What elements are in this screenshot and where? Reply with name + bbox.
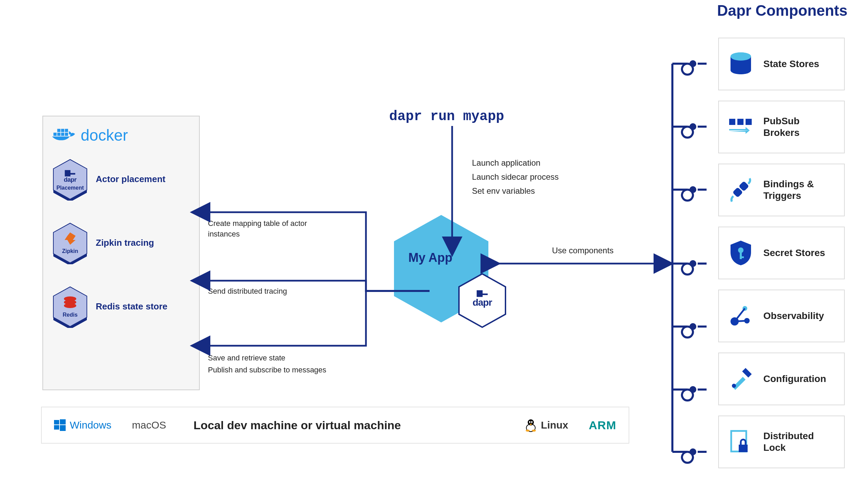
- launch-line: Set env variables: [472, 184, 558, 198]
- svg-rect-36: [60, 419, 66, 424]
- svg-point-41: [529, 421, 530, 423]
- svg-point-20: [731, 52, 751, 61]
- component-configuration: Configuration: [718, 353, 845, 405]
- hex-sublabel: Zipkin: [62, 248, 78, 254]
- svg-point-16: [64, 303, 76, 308]
- svg-rect-38: [60, 425, 66, 431]
- dapr-run-command: dapr run myapp: [389, 109, 504, 124]
- arrow-label-send: Send distributed tracing: [208, 287, 287, 296]
- component-label: Configuration: [763, 373, 826, 385]
- svg-point-26: [738, 247, 744, 253]
- svg-rect-21: [729, 119, 735, 125]
- tux-icon: [525, 418, 537, 432]
- docker-whale-icon: [51, 126, 76, 144]
- launch-line: Launch application: [472, 156, 558, 170]
- component-secret-stores: Secret Stores: [718, 227, 845, 279]
- observability-icon: [726, 302, 755, 330]
- os-macos: macOS: [132, 419, 166, 431]
- svg-rect-22: [737, 119, 744, 125]
- sidecar-label: dapr: [457, 297, 508, 308]
- svg-point-32: [732, 384, 736, 388]
- svg-rect-3: [65, 133, 68, 136]
- launch-line: Launch sidecar process: [472, 170, 558, 184]
- os-arm: ARM: [589, 419, 616, 432]
- svg-rect-37: [54, 425, 59, 430]
- svg-rect-2: [61, 133, 64, 136]
- pubsub-icon: [726, 113, 755, 141]
- database-icon: [726, 50, 755, 78]
- svg-point-44: [526, 430, 530, 432]
- svg-rect-34: [739, 445, 748, 452]
- os-label: Linux: [541, 419, 568, 431]
- dapr-sidecar: ▆▬ dapr: [457, 272, 508, 329]
- docker-item-placement: ▆▬ dapr Placement Actor placement: [51, 158, 191, 201]
- tools-icon: [726, 365, 755, 393]
- component-distributed-lock: Distributed Lock: [718, 416, 845, 468]
- docker-item-label: Redis state store: [96, 301, 168, 312]
- component-label: State Stores: [763, 58, 819, 70]
- plug-icon: [726, 176, 755, 204]
- docker-logo: docker: [51, 126, 191, 144]
- os-windows: Windows: [54, 419, 111, 431]
- svg-rect-0: [53, 133, 56, 136]
- svg-point-45: [532, 430, 536, 432]
- component-label: Distributed Lock: [763, 430, 837, 453]
- component-label: Bindings & Triggers: [763, 178, 837, 201]
- hex-sublabel: Redis: [63, 312, 78, 318]
- arrow-label-save: Save and retrieve state Publish and subs…: [208, 352, 326, 376]
- svg-rect-6: [65, 129, 68, 132]
- os-bar: Windows macOS Local dev machine or virtu…: [41, 407, 629, 444]
- component-label: Secret Stores: [763, 247, 825, 259]
- component-label: Observability: [763, 310, 824, 322]
- arrow-label-create: Create mapping table of actor instances: [208, 218, 324, 240]
- component-pubsub: PubSub Brokers: [718, 101, 845, 153]
- docker-item-label: Zipkin tracing: [96, 238, 154, 248]
- component-state-stores: State Stores: [718, 38, 845, 90]
- lock-icon: [726, 428, 755, 456]
- docker-item-redis: Redis Redis state store: [51, 285, 191, 328]
- component-observability: Observability: [718, 290, 845, 342]
- docker-item-zipkin: Zipkin Zipkin tracing: [51, 222, 191, 264]
- windows-icon: [54, 419, 66, 431]
- hex-sublabel: Placement: [56, 185, 84, 191]
- svg-rect-35: [54, 420, 59, 424]
- component-bindings: Bindings & Triggers: [718, 164, 845, 216]
- myapp-group: My App ▆▬ dapr: [390, 212, 492, 325]
- shield-key-icon: [726, 239, 755, 267]
- myapp-label: My App: [408, 251, 452, 265]
- zipkin-icon: [63, 232, 77, 245]
- page-title: Dapr Components: [717, 2, 847, 19]
- arrow-label-usecomp: Use components: [552, 246, 614, 255]
- arrow-label-line: Publish and subscribe to messages: [208, 364, 326, 376]
- svg-marker-11: [65, 232, 76, 245]
- svg-rect-1: [57, 133, 60, 136]
- redis-icon: [63, 295, 78, 309]
- arrow-label-line: Save and retrieve state: [208, 352, 326, 364]
- os-label: Windows: [70, 419, 111, 431]
- myapp-hex: My App ▆▬ dapr: [390, 212, 492, 325]
- launch-description: Launch application Launch sidecar proces…: [472, 156, 558, 198]
- os-bar-title: Local dev machine or virtual machine: [194, 419, 401, 432]
- svg-rect-5: [61, 129, 64, 132]
- svg-rect-4: [57, 129, 60, 132]
- os-linux: Linux: [525, 418, 568, 432]
- docker-brand-text: docker: [81, 126, 128, 144]
- docker-panel: docker ▆▬ dapr Placement Actor placement: [42, 116, 200, 390]
- docker-item-label: Actor placement: [96, 174, 166, 184]
- components-column: State Stores PubSub Brokers Bindings & T…: [691, 38, 845, 479]
- svg-rect-28: [740, 256, 744, 258]
- svg-rect-23: [746, 119, 752, 125]
- svg-point-42: [531, 421, 532, 423]
- component-label: PubSub Brokers: [763, 115, 837, 138]
